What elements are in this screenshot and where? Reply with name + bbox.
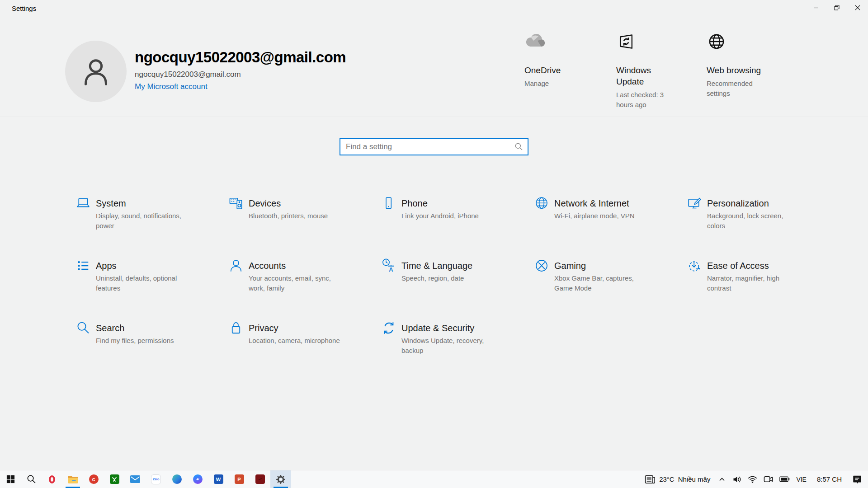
user-icon bbox=[78, 53, 114, 89]
category-system[interactable]: System Display, sound, notifications, po… bbox=[75, 195, 228, 258]
settings-category-grid: System Display, sound, notifications, po… bbox=[75, 195, 839, 382]
word-icon: W bbox=[214, 474, 223, 484]
opera-browser-button[interactable] bbox=[42, 470, 62, 488]
word-app-button[interactable]: W bbox=[208, 470, 229, 488]
header-divider bbox=[0, 117, 868, 117]
language-code: VIE bbox=[796, 476, 807, 483]
wifi-icon bbox=[748, 475, 757, 483]
category-subtitle: Windows Update, recovery, backup bbox=[401, 336, 493, 356]
xbox-app-button[interactable] bbox=[104, 470, 125, 488]
coccoc-browser-button[interactable]: c bbox=[83, 470, 104, 488]
powerpoint-app-button[interactable]: P bbox=[229, 470, 250, 488]
category-search[interactable]: Search Find my files, permissions bbox=[75, 320, 228, 382]
category-subtitle: Uninstall, defaults, optional features bbox=[96, 273, 187, 293]
minimize-icon bbox=[813, 5, 819, 10]
file-explorer-icon bbox=[68, 475, 78, 483]
system-tray: VIE 8:57 CH bbox=[715, 470, 865, 488]
messenger-icon bbox=[193, 474, 203, 484]
settings-app-button[interactable] bbox=[270, 470, 291, 488]
file-explorer-button[interactable] bbox=[62, 470, 83, 488]
battery-button[interactable] bbox=[776, 470, 793, 488]
avatar bbox=[65, 41, 127, 102]
taskbar-search-icon bbox=[27, 474, 36, 484]
status-tile-title: Web browsing bbox=[707, 65, 768, 76]
apps-icon bbox=[75, 258, 91, 277]
onedrive-tile[interactable]: OneDrive Manage bbox=[524, 32, 581, 89]
weather-temp: 23°C bbox=[659, 475, 675, 483]
category-devices[interactable]: Devices Bluetooth, printers, mouse bbox=[228, 195, 381, 258]
weather-widget[interactable]: 23°C Nhiều mây bbox=[640, 470, 715, 488]
network-icon bbox=[533, 195, 550, 215]
category-accounts[interactable]: Accounts Your accounts, email, sync, wor… bbox=[228, 258, 381, 320]
action-center-button[interactable] bbox=[849, 470, 865, 488]
category-network[interactable]: Network & Internet Wi-Fi, airplane mode,… bbox=[533, 195, 686, 258]
category-privacy[interactable]: Privacy Location, camera, microphone bbox=[228, 320, 381, 382]
category-subtitle: Speech, region, date bbox=[401, 273, 472, 283]
taskbar-search-button[interactable] bbox=[21, 470, 42, 488]
category-title: Personalization bbox=[707, 198, 798, 209]
hidden-icons-chevron[interactable] bbox=[715, 470, 729, 488]
search-input[interactable] bbox=[340, 142, 514, 151]
minimize-button[interactable] bbox=[806, 0, 826, 15]
privacy-lock-icon bbox=[228, 320, 244, 340]
search-magnifier-icon[interactable] bbox=[514, 142, 523, 151]
category-phone[interactable]: Phone Link your Android, iPhone bbox=[381, 195, 533, 258]
status-tile-title: OneDrive bbox=[524, 65, 581, 76]
red-app-button[interactable] bbox=[250, 470, 270, 488]
account-block: ngocquy15022003@gmail.com ngocquy1502200… bbox=[135, 49, 346, 91]
clock[interactable]: 8:57 CH bbox=[810, 470, 849, 488]
category-time-language[interactable]: A Time & Language Speech, region, date bbox=[381, 258, 533, 320]
status-tile-subtitle: Manage bbox=[524, 79, 581, 89]
category-personalization[interactable]: Personalization Background, lock screen,… bbox=[686, 195, 839, 258]
microsoft-account-link[interactable]: My Microsoft account bbox=[135, 82, 346, 91]
word-label: W bbox=[216, 477, 221, 482]
speaker-icon bbox=[732, 475, 741, 484]
taskbar: c Zalo W P bbox=[0, 470, 868, 488]
powerpoint-icon: P bbox=[235, 474, 244, 484]
category-title: Time & Language bbox=[401, 260, 472, 271]
edge-icon bbox=[172, 474, 182, 484]
phone-icon bbox=[381, 195, 397, 215]
start-button[interactable] bbox=[0, 470, 21, 488]
accounts-icon bbox=[228, 258, 244, 277]
windows-update-tile[interactable]: Windows Update Last checked: 3 hours ago bbox=[616, 32, 670, 110]
taskbar-right: 23°C Nhiều mây bbox=[640, 470, 868, 488]
onedrive-cloud-icon bbox=[524, 32, 581, 53]
language-indicator[interactable]: VIE bbox=[793, 470, 810, 488]
windows-update-icon bbox=[616, 32, 670, 53]
settings-gear-icon bbox=[276, 474, 286, 484]
category-subtitle: Bluetooth, printers, mouse bbox=[249, 211, 328, 221]
category-title: Search bbox=[96, 323, 174, 333]
weather-condition: Nhiều mây bbox=[678, 475, 711, 483]
time-language-icon: A bbox=[381, 258, 397, 277]
svg-text:A: A bbox=[389, 266, 393, 273]
restore-button[interactable] bbox=[826, 0, 847, 15]
web-browsing-tile[interactable]: Web browsing Recommended settings bbox=[707, 32, 768, 99]
category-title: Update & Security bbox=[401, 323, 493, 333]
chevron-up-icon bbox=[718, 475, 726, 483]
mail-app-button[interactable] bbox=[125, 470, 146, 488]
gaming-xbox-icon bbox=[533, 258, 550, 277]
meet-now-button[interactable] bbox=[760, 470, 776, 488]
close-button[interactable] bbox=[847, 0, 868, 15]
wifi-button[interactable] bbox=[745, 470, 760, 488]
category-subtitle: Wi-Fi, airplane mode, VPN bbox=[554, 211, 635, 221]
category-ease-of-access[interactable]: Ease of Access Narrator, magnifier, high… bbox=[686, 258, 839, 320]
battery-icon bbox=[779, 476, 790, 482]
status-tile-subtitle: Last checked: 3 hours ago bbox=[616, 90, 670, 110]
category-title: Accounts bbox=[249, 260, 340, 271]
category-title: Privacy bbox=[249, 323, 340, 333]
category-apps[interactable]: Apps Uninstall, defaults, optional featu… bbox=[75, 258, 228, 320]
zalo-icon: Zalo bbox=[151, 474, 161, 484]
messenger-app-button[interactable] bbox=[187, 470, 208, 488]
taskbar-apps: c Zalo W P bbox=[0, 470, 291, 488]
red-app-icon bbox=[255, 474, 265, 484]
category-update-security[interactable]: Update & Security Windows Update, recove… bbox=[381, 320, 533, 382]
window-controls bbox=[806, 0, 868, 15]
volume-button[interactable] bbox=[729, 470, 745, 488]
category-gaming[interactable]: Gaming Xbox Game Bar, captures, Game Mod… bbox=[533, 258, 686, 320]
search-category-icon bbox=[75, 320, 91, 340]
web-globe-icon bbox=[707, 32, 768, 53]
edge-browser-button[interactable] bbox=[166, 470, 187, 488]
zalo-app-button[interactable]: Zalo bbox=[146, 470, 166, 488]
